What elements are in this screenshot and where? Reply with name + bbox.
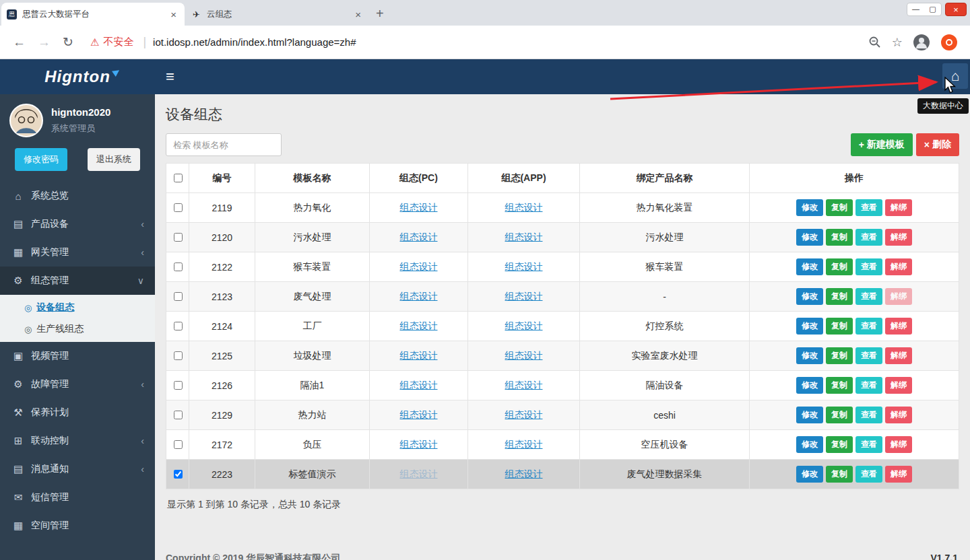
sidebar-subitem[interactable]: ◎生产线组态 bbox=[0, 318, 155, 340]
sidebar-item[interactable]: ⚙故障管理‹ bbox=[0, 370, 155, 398]
app-config-link[interactable]: 组态设计 bbox=[505, 261, 543, 272]
unbind-button[interactable]: 解绑 bbox=[885, 229, 912, 246]
edit-button[interactable]: 修改 bbox=[796, 347, 823, 364]
url-field[interactable]: iot.idosp.net/admin/index.html?language=… bbox=[153, 36, 868, 48]
view-button[interactable]: 查看 bbox=[855, 258, 882, 275]
profile-avatar-icon[interactable] bbox=[913, 34, 930, 51]
sidebar-item[interactable]: ▦空间管理 bbox=[0, 512, 155, 540]
unbind-button[interactable]: 解绑 bbox=[885, 407, 912, 423]
view-button[interactable]: 查看 bbox=[855, 466, 882, 483]
edit-button[interactable]: 修改 bbox=[796, 407, 823, 423]
reload-icon[interactable]: ↻ bbox=[63, 34, 73, 50]
row-checkbox[interactable] bbox=[174, 470, 183, 479]
unbind-button[interactable]: 解绑 bbox=[885, 199, 912, 216]
app-config-link[interactable]: 组态设计 bbox=[505, 291, 543, 302]
app-config-link[interactable]: 组态设计 bbox=[505, 409, 543, 420]
sidebar-item[interactable]: ▤消息通知‹ bbox=[0, 455, 155, 483]
home-button[interactable]: ⌂ bbox=[942, 63, 968, 89]
copy-button[interactable]: 复制 bbox=[826, 199, 853, 216]
sidebar-item[interactable]: ⚒保养计划 bbox=[0, 398, 155, 427]
tab-close-icon[interactable]: × bbox=[168, 9, 179, 20]
edit-button[interactable]: 修改 bbox=[796, 288, 823, 305]
search-input[interactable] bbox=[166, 133, 282, 156]
row-checkbox[interactable] bbox=[174, 292, 183, 301]
edit-button[interactable]: 修改 bbox=[796, 377, 823, 394]
edit-button[interactable]: 修改 bbox=[796, 318, 823, 335]
copy-button[interactable]: 复制 bbox=[826, 347, 853, 364]
unbind-button[interactable]: 解绑 bbox=[885, 258, 912, 275]
sidebar-item[interactable]: ⌂系统总览 bbox=[0, 182, 155, 210]
pc-config-link[interactable]: 组态设计 bbox=[400, 291, 438, 302]
logo-zone[interactable]: Hignton bbox=[0, 59, 155, 94]
view-button[interactable]: 查看 bbox=[855, 347, 882, 364]
security-warning[interactable]: ⚠ 不安全 bbox=[90, 36, 133, 48]
app-config-link[interactable]: 组态设计 bbox=[505, 380, 543, 390]
app-config-link[interactable]: 组态设计 bbox=[505, 320, 543, 331]
sidebar-item[interactable]: ▤产品设备‹ bbox=[0, 210, 155, 238]
row-checkbox[interactable] bbox=[174, 411, 183, 419]
copy-button[interactable]: 复制 bbox=[826, 318, 853, 335]
edit-button[interactable]: 修改 bbox=[796, 229, 823, 246]
edit-button[interactable]: 修改 bbox=[796, 258, 823, 275]
unbind-button[interactable]: 解绑 bbox=[885, 436, 912, 453]
pc-config-link[interactable]: 组态设计 bbox=[400, 468, 438, 479]
row-checkbox[interactable] bbox=[174, 262, 183, 271]
pc-config-link[interactable]: 组态设计 bbox=[400, 232, 438, 242]
unbind-button[interactable]: 解绑 bbox=[885, 466, 912, 483]
unbind-button[interactable]: 解绑 bbox=[885, 318, 912, 335]
zoom-icon[interactable] bbox=[868, 36, 882, 49]
row-checkbox[interactable] bbox=[174, 351, 183, 360]
extension-icon[interactable] bbox=[940, 34, 958, 51]
copy-button[interactable]: 复制 bbox=[826, 258, 853, 275]
unbind-button[interactable]: 解绑 bbox=[885, 288, 912, 305]
pc-config-link[interactable]: 组态设计 bbox=[400, 439, 438, 450]
pc-config-link[interactable]: 组态设计 bbox=[400, 350, 438, 361]
sidebar-item[interactable]: ⚙组态管理∨ bbox=[0, 267, 155, 295]
copy-button[interactable]: 复制 bbox=[826, 377, 853, 394]
new-tab-button[interactable]: + bbox=[376, 6, 384, 22]
change-password-button[interactable]: 修改密码 bbox=[15, 148, 67, 171]
row-checkbox[interactable] bbox=[174, 203, 183, 212]
row-checkbox[interactable] bbox=[174, 322, 183, 330]
sidebar-subitem[interactable]: ◎设备组态 bbox=[0, 297, 155, 318]
view-button[interactable]: 查看 bbox=[855, 377, 882, 394]
view-button[interactable]: 查看 bbox=[855, 436, 882, 453]
pc-config-link[interactable]: 组态设计 bbox=[400, 409, 438, 420]
logout-button[interactable]: 退出系统 bbox=[88, 148, 140, 171]
sidebar-item[interactable]: ✉短信管理 bbox=[0, 483, 155, 512]
bookmark-star-icon[interactable]: ☆ bbox=[892, 35, 903, 50]
pc-config-link[interactable]: 组态设计 bbox=[400, 320, 438, 331]
pc-config-link[interactable]: 组态设计 bbox=[400, 380, 438, 390]
minimize-button[interactable]: — bbox=[907, 3, 924, 15]
back-icon[interactable]: ← bbox=[13, 35, 26, 50]
edit-button[interactable]: 修改 bbox=[796, 436, 823, 453]
app-config-link[interactable]: 组态设计 bbox=[505, 468, 543, 479]
app-config-link[interactable]: 组态设计 bbox=[505, 232, 543, 242]
unbind-button[interactable]: 解绑 bbox=[885, 377, 912, 394]
view-button[interactable]: 查看 bbox=[855, 318, 882, 335]
pc-config-link[interactable]: 组态设计 bbox=[400, 202, 438, 213]
copy-button[interactable]: 复制 bbox=[826, 466, 853, 483]
edit-button[interactable]: 修改 bbox=[796, 199, 823, 216]
new-template-button[interactable]: + 新建模板 bbox=[851, 133, 913, 156]
view-button[interactable]: 查看 bbox=[855, 288, 882, 305]
row-checkbox[interactable] bbox=[174, 233, 183, 242]
copy-button[interactable]: 复制 bbox=[826, 407, 853, 423]
app-config-link[interactable]: 组态设计 bbox=[505, 202, 543, 213]
copy-button[interactable]: 复制 bbox=[826, 288, 853, 305]
view-button[interactable]: 查看 bbox=[855, 199, 882, 216]
tab-close-icon[interactable]: × bbox=[352, 9, 364, 20]
sidebar-item[interactable]: ▣视频管理 bbox=[0, 342, 155, 370]
pc-config-link[interactable]: 组态设计 bbox=[400, 261, 438, 272]
restore-button[interactable]: ▢ bbox=[924, 3, 941, 15]
delete-button[interactable]: × 删除 bbox=[916, 133, 959, 156]
app-config-link[interactable]: 组态设计 bbox=[505, 439, 543, 450]
row-checkbox[interactable] bbox=[174, 381, 183, 390]
close-button[interactable]: × bbox=[945, 3, 967, 16]
tab-platform[interactable]: 思 思普云大数据平台 × bbox=[1, 3, 185, 26]
app-config-link[interactable]: 组态设计 bbox=[505, 350, 543, 361]
select-all-checkbox[interactable] bbox=[174, 174, 183, 182]
edit-button[interactable]: 修改 bbox=[796, 466, 823, 483]
copy-button[interactable]: 复制 bbox=[826, 229, 853, 246]
copy-button[interactable]: 复制 bbox=[826, 436, 853, 453]
